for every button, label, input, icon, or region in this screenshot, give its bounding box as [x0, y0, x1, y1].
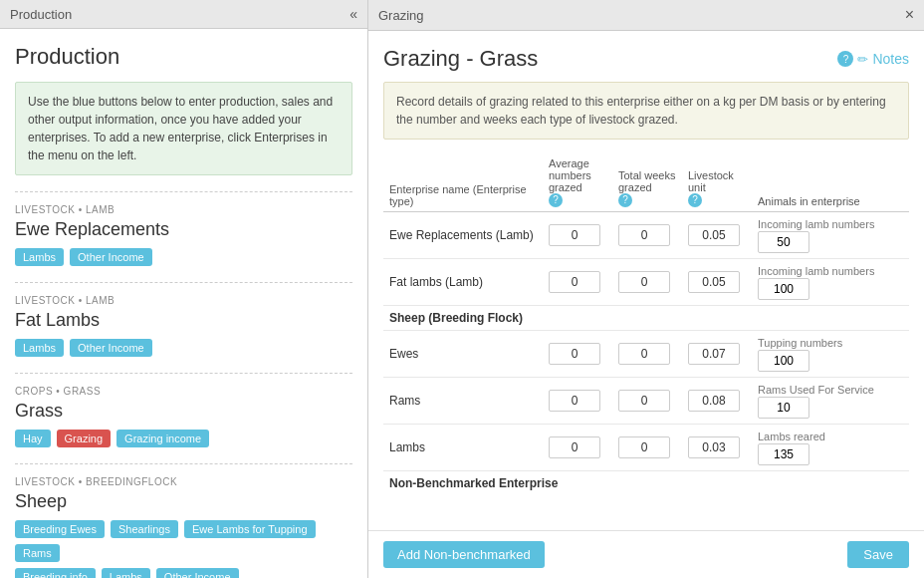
left-header: Production « — [0, 0, 367, 29]
enterprise-buttons: Lambs Other Income — [15, 339, 352, 357]
rams-button[interactable]: Rams — [15, 544, 60, 562]
row-animals: Lambs reared — [752, 425, 909, 471]
enterprise-ewe-replacements: LIVESTOCK • LAMB Ewe Replacements Lambs … — [15, 191, 352, 266]
weeks-input[interactable] — [618, 390, 670, 412]
right-page-title-container: Grazing - Grass ? ✏ Notes — [383, 46, 909, 72]
weeks-input[interactable] — [618, 224, 670, 246]
ewe-lambs-tupping-button[interactable]: Ewe Lambs for Tupping — [184, 520, 316, 538]
avg-input[interactable] — [549, 343, 600, 365]
animals-input[interactable] — [758, 443, 809, 465]
enterprise-buttons: Lambs Other Income — [15, 248, 352, 266]
breeding-ewes-button[interactable]: Breeding Ewes — [15, 520, 105, 538]
grazing-income-button[interactable]: Grazing income — [116, 430, 209, 447]
row-enterprise-name: Lambs — [383, 425, 543, 471]
avg-help-icon[interactable]: ? — [549, 193, 563, 207]
enterprise-fat-lambs: LIVESTOCK • LAMB Fat Lambs Lambs Other I… — [15, 282, 352, 357]
row-unit — [682, 259, 752, 306]
info-box: Use the blue buttons below to enter prod… — [15, 82, 352, 175]
unit-help-icon[interactable]: ? — [688, 193, 702, 207]
row-animals: Incoming lamb numbers — [752, 259, 909, 306]
row-avg — [543, 425, 612, 471]
notes-button[interactable]: ? ✏ Notes — [837, 51, 909, 67]
row-enterprise-name: Rams — [383, 378, 543, 425]
other-income-button[interactable]: Other Income — [70, 248, 152, 266]
animals-input[interactable] — [758, 278, 809, 300]
row-weeks — [612, 378, 682, 425]
row-weeks — [612, 331, 682, 378]
row-animals: Rams Used For Service — [752, 378, 909, 425]
table-row: Ewe Replacements (Lamb) Incoming lamb nu… — [383, 212, 909, 259]
row-avg — [543, 378, 612, 425]
col-header-weeks: Total weeks grazed ? — [612, 153, 682, 212]
save-button[interactable]: Save — [847, 541, 909, 568]
row-enterprise-name: Ewe Replacements (Lamb) — [383, 212, 543, 259]
row-avg — [543, 212, 612, 259]
avg-input[interactable] — [549, 224, 600, 246]
weeks-help-icon[interactable]: ? — [618, 193, 632, 207]
left-panel-title: Production — [10, 7, 72, 22]
collapse-button[interactable]: « — [349, 6, 357, 22]
bottom-bar: Add Non-benchmarked Save — [368, 530, 924, 578]
row-weeks — [612, 259, 682, 306]
row-weeks — [612, 425, 682, 471]
left-panel: Production « Production Use the blue but… — [0, 0, 368, 578]
shearlings-button[interactable]: Shearlings — [111, 520, 178, 538]
right-panel-title: Grazing — [378, 8, 424, 23]
right-content: Grazing - Grass ? ✏ Notes Record details… — [368, 31, 924, 530]
other-income-button[interactable]: Other Income — [70, 339, 152, 357]
weeks-input[interactable] — [618, 436, 670, 458]
col-header-unit: Livestock unit ? — [682, 153, 752, 212]
enterprise-type: LIVESTOCK • BREEDINGFLOCK — [15, 476, 352, 487]
enterprise-buttons-2: Breeding info Lambs Other Income — [15, 568, 352, 578]
enterprise-sheep: LIVESTOCK • BREEDINGFLOCK Sheep Breeding… — [15, 463, 352, 578]
lambs-button-sheep[interactable]: Lambs — [102, 568, 150, 578]
avg-input[interactable] — [549, 390, 600, 412]
col-header-avg: Average numbers grazed ? — [543, 153, 612, 212]
unit-input[interactable] — [688, 436, 740, 458]
table-row: Fat lambs (Lamb) Incoming lamb numbers — [383, 259, 909, 306]
right-header: Grazing × — [368, 0, 924, 31]
table-row: Lambs Lambs reared — [383, 425, 909, 471]
non-benchmarked-heading: Non-Benchmarked Enterprise — [383, 471, 909, 496]
row-avg — [543, 331, 612, 378]
row-enterprise-name: Ewes — [383, 331, 543, 378]
close-button[interactable]: × — [905, 6, 914, 24]
table-row: Rams Rams Used For Service — [383, 378, 909, 425]
animals-input[interactable] — [758, 397, 809, 419]
lambs-button[interactable]: Lambs — [15, 248, 64, 266]
notes-label: Notes — [872, 51, 909, 67]
breeding-info-button[interactable]: Breeding info — [15, 568, 96, 578]
row-animals: Incoming lamb numbers — [752, 212, 909, 259]
table-row: Ewes Tupping numbers — [383, 331, 909, 378]
hay-button[interactable]: Hay — [15, 430, 51, 447]
lambs-button[interactable]: Lambs — [15, 339, 64, 357]
table-header-row: Enterprise name (Enterprise type) Averag… — [383, 153, 909, 212]
unit-input[interactable] — [688, 224, 740, 246]
grazing-button[interactable]: Grazing — [57, 430, 112, 447]
row-animals: Tupping numbers — [752, 331, 909, 378]
animals-input[interactable] — [758, 231, 809, 253]
avg-input[interactable] — [549, 436, 600, 458]
enterprise-type: CROPS • GRASS — [15, 386, 352, 397]
add-non-benchmarked-button[interactable]: Add Non-benchmarked — [383, 541, 545, 568]
unit-input[interactable] — [688, 390, 740, 412]
enterprise-type: LIVESTOCK • LAMB — [15, 204, 352, 215]
enterprise-type: LIVESTOCK • LAMB — [15, 295, 352, 306]
enterprise-name: Grass — [15, 401, 352, 422]
right-panel: Grazing × Grazing - Grass ? ✏ Notes Reco… — [368, 0, 924, 578]
row-unit — [682, 331, 752, 378]
weeks-input[interactable] — [618, 271, 670, 293]
row-weeks — [612, 212, 682, 259]
row-unit — [682, 378, 752, 425]
edit-icon: ✏ — [857, 52, 868, 67]
avg-input[interactable] — [549, 271, 600, 293]
row-enterprise-name: Fat lambs (Lamb) — [383, 259, 543, 306]
sheep-section-heading: Sheep (Breeding Flock) — [383, 306, 909, 331]
animals-input[interactable] — [758, 350, 809, 372]
row-unit — [682, 212, 752, 259]
unit-input[interactable] — [688, 343, 740, 365]
other-income-button-sheep[interactable]: Other Income — [156, 568, 239, 578]
row-avg — [543, 259, 612, 306]
weeks-input[interactable] — [618, 343, 670, 365]
unit-input[interactable] — [688, 271, 740, 293]
